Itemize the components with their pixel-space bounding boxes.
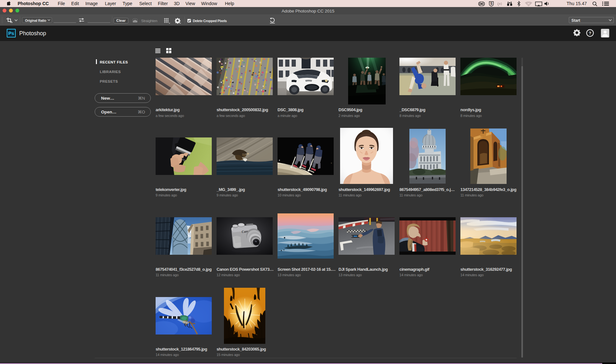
svg-text:S: S [490,2,492,5]
svg-text:?: ? [589,31,591,36]
